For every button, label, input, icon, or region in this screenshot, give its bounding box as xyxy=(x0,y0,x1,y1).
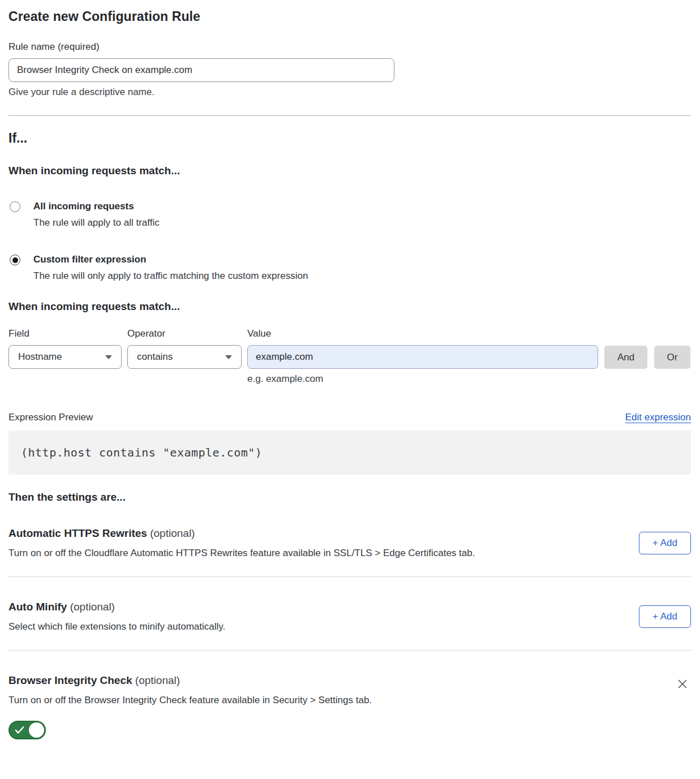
operator-column: Operator contains xyxy=(127,328,242,369)
expression-builder-heading: When incoming requests match... xyxy=(8,300,691,313)
value-helper: e.g. example.com xyxy=(247,373,598,385)
expression-code: (http.host contains "example.com") xyxy=(21,446,262,459)
field-select[interactable]: Hostname xyxy=(8,345,122,369)
setting-title: Auto Minify xyxy=(8,601,67,613)
operator-label: Operator xyxy=(127,328,242,339)
expression-builder-row: Field Hostname Operator contains Value e… xyxy=(8,328,691,385)
chevron-down-icon xyxy=(225,355,232,359)
section-divider xyxy=(8,115,691,116)
expression-preview-code-block: (http.host contains "example.com") xyxy=(8,431,691,475)
add-automatic-https-rewrites-button[interactable]: + Add xyxy=(639,532,691,554)
radio-unselected-icon[interactable] xyxy=(10,201,20,212)
setting-auto-minify: Auto Minify (optional) Select which file… xyxy=(8,577,691,632)
value-input[interactable] xyxy=(247,345,598,369)
page-title: Create new Configuration Rule xyxy=(8,9,691,24)
chevron-down-icon xyxy=(105,355,112,359)
field-column: Field Hostname xyxy=(8,328,122,369)
setting-title: Browser Integrity Check xyxy=(8,674,132,686)
expression-preview-row: Expression Preview Edit expression xyxy=(8,412,691,423)
operator-select[interactable]: contains xyxy=(127,345,242,369)
radio-selected-icon[interactable] xyxy=(10,255,20,265)
setting-browser-integrity-check: Browser Integrity Check (optional) Turn … xyxy=(8,651,691,742)
radio-option-all-incoming-requests[interactable]: All incoming requests The rule will appl… xyxy=(8,201,691,229)
setting-title: Automatic HTTPS Rewrites xyxy=(8,527,147,539)
edit-expression-link[interactable]: Edit expression xyxy=(625,412,691,423)
radio-option-label: All incoming requests xyxy=(33,201,134,212)
if-heading: If... xyxy=(8,131,691,146)
operator-select-value: contains xyxy=(137,351,173,363)
setting-description: Turn on or off the Browser Integrity Che… xyxy=(8,695,663,706)
setting-optional-tag: (optional) xyxy=(70,601,115,613)
setting-description: Turn on or off the Cloudflare Automatic … xyxy=(8,548,628,559)
value-column: Value e.g. example.com xyxy=(247,328,598,385)
rule-name-helper: Give your rule a descriptive name. xyxy=(8,87,691,98)
setting-optional-tag: (optional) xyxy=(135,674,180,686)
field-select-value: Hostname xyxy=(18,351,62,363)
check-icon xyxy=(15,726,24,734)
radio-option-description: The rule will apply to all traffic xyxy=(33,217,691,229)
and-button[interactable]: And xyxy=(604,346,647,369)
toggle-knob xyxy=(29,722,44,738)
then-settings-heading: Then the settings are... xyxy=(8,491,691,503)
field-label: Field xyxy=(8,328,122,339)
rule-name-label: Rule name (required) xyxy=(8,41,691,53)
radio-option-custom-filter-expression[interactable]: Custom filter expression The rule will o… xyxy=(8,254,691,282)
setting-automatic-https-rewrites: Automatic HTTPS Rewrites (optional) Turn… xyxy=(8,503,691,559)
setting-description: Select which file extensions to minify a… xyxy=(8,621,628,632)
value-label: Value xyxy=(247,328,598,339)
radio-option-label: Custom filter expression xyxy=(33,254,146,265)
radio-option-description: The rule will only apply to traffic matc… xyxy=(33,270,691,282)
when-match-heading: When incoming requests match... xyxy=(8,165,691,177)
add-auto-minify-button[interactable]: + Add xyxy=(639,605,691,628)
or-button[interactable]: Or xyxy=(654,346,690,369)
rule-name-input[interactable] xyxy=(8,58,394,82)
setting-optional-tag: (optional) xyxy=(150,527,195,539)
remove-setting-button[interactable] xyxy=(674,675,691,694)
expression-preview-label: Expression Preview xyxy=(8,412,93,423)
browser-integrity-check-toggle[interactable] xyxy=(8,721,46,739)
close-icon xyxy=(676,678,689,690)
create-configuration-rule-form: Create new Configuration Rule Rule name … xyxy=(0,0,700,764)
connector-buttons: AndOr xyxy=(604,328,690,369)
